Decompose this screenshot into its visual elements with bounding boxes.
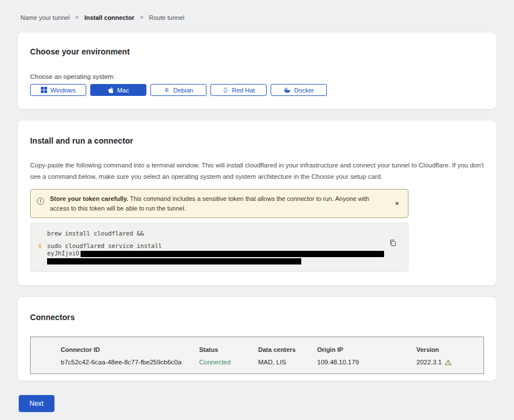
column-header-origin-ip: Origin IP [317, 346, 416, 353]
apple-logo-icon [108, 87, 114, 94]
connector-id-value: b7c52c42-6caa-48ee-8c77-fbe259cb6c0a [61, 359, 199, 366]
os-button-label: Mac [117, 87, 129, 94]
tunnel-setup-page: Name your tunnel > Install connector > R… [0, 0, 514, 420]
code-line-token-2 [47, 257, 385, 264]
next-button[interactable]: Next [19, 395, 54, 412]
environment-card: Choose your environment Choose an operat… [18, 32, 496, 109]
version-value: 2022.3.1 [416, 359, 483, 366]
install-card-title: Install and run a connector [30, 136, 484, 145]
breadcrumb: Name your tunnel > Install connector > R… [0, 0, 514, 21]
token-warning-text: Store your token carefully. This command… [50, 194, 387, 213]
debian-logo-icon [164, 87, 170, 93]
shell-prompt: $ [38, 242, 41, 250]
install-connector-card: Install and run a connector Copy-paste t… [18, 120, 496, 285]
alert-circle-icon: ! [37, 198, 44, 205]
os-button-label: Red Hat [232, 87, 255, 94]
breadcrumb-step-install-connector[interactable]: Install connector [85, 14, 134, 21]
data-centers-value: MAD, LIS [258, 359, 317, 366]
breadcrumb-step-name-your-tunnel[interactable]: Name your tunnel [20, 14, 70, 21]
os-select-label: Choose an operating system: [30, 73, 484, 80]
close-icon[interactable]: × [393, 199, 401, 208]
breadcrumb-separator: > [140, 14, 144, 20]
connectors-card-title: Connectors [30, 313, 484, 322]
token-warning-title: Store your token carefully. [50, 195, 128, 202]
table-row: b7c52c42-6caa-48ee-8c77-fbe259cb6c0a Con… [61, 359, 483, 366]
table-header-row: Connector ID Status Data centers Origin … [61, 346, 483, 353]
os-button-debian[interactable]: Debian [150, 84, 207, 96]
token-warning-banner: ! Store your token carefully. This comma… [30, 189, 408, 218]
os-button-windows[interactable]: Windows [30, 84, 86, 96]
install-description: Copy-paste the following command into a … [30, 160, 484, 182]
os-button-label: Debian [174, 87, 193, 94]
os-button-docker[interactable]: Docker [271, 84, 327, 96]
connectors-card: Connectors Connector ID Status Data cent… [18, 297, 496, 381]
copy-icon[interactable] [389, 239, 397, 247]
redhat-logo-icon [222, 87, 229, 94]
environment-card-title: Choose your environment [30, 47, 484, 56]
status-badge: Connected [199, 359, 258, 366]
connectors-table: Connector ID Status Data centers Origin … [30, 337, 484, 374]
code-line-token: eyJhIjoiO [47, 250, 385, 257]
origin-ip-value: 109.48.10.179 [317, 359, 416, 366]
column-header-data-centers: Data centers [258, 346, 317, 353]
breadcrumb-step-route-tunnel[interactable]: Route tunnel [149, 14, 184, 21]
warning-triangle-icon [445, 359, 452, 366]
redacted-token-bar [47, 258, 301, 264]
code-line-brew: brew install cloudflared && [47, 230, 385, 237]
os-button-label: Docker [294, 87, 314, 94]
windows-logo-icon [41, 87, 47, 93]
docker-logo-icon [284, 87, 291, 93]
column-header-connector-id: Connector ID [61, 346, 199, 353]
os-button-mac[interactable]: Mac [90, 84, 146, 96]
os-button-label: Windows [50, 87, 76, 94]
redacted-token-bar [81, 251, 384, 257]
breadcrumb-separator: > [75, 14, 79, 20]
os-button-group: Windows Mac Debian Red Hat [30, 84, 484, 96]
install-command-codeblock: brew install cloudflared && $ sudo cloud… [30, 222, 408, 272]
os-button-redhat[interactable]: Red Hat [210, 84, 267, 96]
code-line-sudo: sudo cloudflared service install [47, 242, 385, 250]
column-header-version: Version [416, 346, 483, 353]
column-header-status: Status [199, 346, 258, 353]
